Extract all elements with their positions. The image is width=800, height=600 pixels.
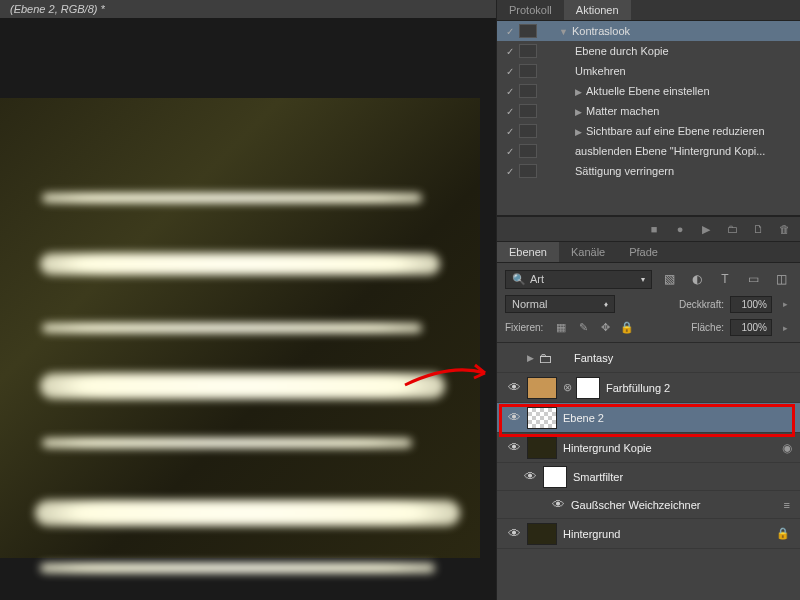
lock-label: Fixieren:	[505, 322, 543, 333]
expand-icon[interactable]: ▶	[575, 127, 582, 137]
action-row[interactable]: ✓Sättigung verringern	[497, 161, 800, 181]
link-icon: ⊗	[563, 381, 572, 394]
dialog-toggle[interactable]	[519, 24, 537, 38]
fill-label: Fläche:	[691, 322, 724, 333]
layer-farbfullung[interactable]: 👁 ⊗ Farbfüllung 2	[497, 373, 800, 403]
visibility-icon[interactable]: 👁	[508, 440, 521, 455]
actions-list[interactable]: ✓▼Kontraslook✓Ebene durch Kopie✓Umkehren…	[497, 21, 800, 216]
trash-icon[interactable]: 🗑	[776, 221, 792, 237]
visibility-icon[interactable]: 👁	[508, 380, 521, 395]
expand-icon[interactable]: ▶	[575, 87, 582, 97]
tab-ebenen[interactable]: Ebenen	[497, 242, 559, 262]
action-row[interactable]: ✓ausblenden Ebene "Hintergrund Kopi...	[497, 141, 800, 161]
check-icon[interactable]: ✓	[501, 66, 519, 77]
visibility-icon[interactable]: 👁	[508, 526, 521, 541]
actions-toolbar: ■ ● ▶ 🗀 🗋 🗑	[497, 216, 800, 242]
dialog-toggle[interactable]	[519, 84, 537, 98]
chevron-right-icon[interactable]: ▶	[527, 353, 534, 363]
image-content	[0, 98, 480, 558]
layer-gauss-blur[interactable]: 👁 Gaußscher Weichzeichner ≡	[497, 491, 800, 519]
action-label: Matter machen	[586, 105, 659, 117]
action-row[interactable]: ✓▶Matter machen	[497, 101, 800, 121]
dialog-toggle[interactable]	[519, 44, 537, 58]
action-row[interactable]: ✓▶Sichtbare auf eine Ebene reduzieren	[497, 121, 800, 141]
blend-mode-dropdown[interactable]: Normal♦	[505, 295, 615, 313]
tab-protokoll[interactable]: Protokoll	[497, 0, 564, 20]
check-icon[interactable]: ✓	[501, 126, 519, 137]
check-icon[interactable]: ✓	[501, 86, 519, 97]
action-label: Kontraslook	[572, 25, 630, 37]
layer-thumb	[527, 523, 557, 545]
tab-pfade[interactable]: Pfade	[617, 242, 670, 262]
folder-icon[interactable]: 🗀	[724, 221, 740, 237]
tab-aktionen[interactable]: Aktionen	[564, 0, 631, 20]
dialog-toggle[interactable]	[519, 144, 537, 158]
lock-all-icon[interactable]: 🔒	[619, 320, 635, 336]
action-label: Umkehren	[575, 65, 626, 77]
filter-image-icon[interactable]: ▧	[658, 269, 680, 289]
lock-pixels-icon[interactable]: ✎	[575, 320, 591, 336]
check-icon[interactable]: ✓	[501, 146, 519, 157]
visibility-icon[interactable]: 👁	[508, 410, 521, 425]
check-icon[interactable]: ✓	[501, 26, 519, 37]
expand-icon[interactable]: ▶	[575, 107, 582, 117]
stop-icon[interactable]: ■	[646, 221, 662, 237]
tab-kanale[interactable]: Kanäle	[559, 242, 617, 262]
action-label: Sättigung verringern	[575, 165, 674, 177]
action-label: Aktuelle Ebene einstellen	[586, 85, 710, 97]
dialog-toggle[interactable]	[519, 104, 537, 118]
layer-hintergrund[interactable]: 👁 Hintergrund 🔒	[497, 519, 800, 549]
fill-flyout-icon[interactable]: ▸	[778, 323, 792, 333]
play-icon[interactable]: ▶	[698, 221, 714, 237]
smart-object-icon: ◉	[782, 441, 792, 455]
dialog-toggle[interactable]	[519, 64, 537, 78]
filter-type-icon[interactable]: T	[714, 269, 736, 289]
layer-ebene2[interactable]: 👁 Ebene 2	[497, 403, 800, 433]
layer-thumb	[527, 407, 557, 429]
visibility-icon[interactable]: 👁	[552, 497, 565, 512]
filter-adjust-icon[interactable]: ◐	[686, 269, 708, 289]
lock-transparency-icon[interactable]: ▦	[553, 320, 569, 336]
mask-thumb	[576, 377, 600, 399]
action-row[interactable]: ✓▼Kontraslook	[497, 21, 800, 41]
document-title: (Ebene 2, RGB/8) *	[0, 0, 496, 18]
layer-filter-kind[interactable]: 🔍 Art ▾	[505, 270, 652, 289]
check-icon[interactable]: ✓	[501, 106, 519, 117]
action-label: ausblenden Ebene "Hintergrund Kopi...	[575, 145, 765, 157]
lock-position-icon[interactable]: ✥	[597, 320, 613, 336]
lock-icon: 🔒	[776, 527, 790, 540]
fill-input[interactable]: 100%	[730, 319, 772, 336]
action-row[interactable]: ✓▶Aktuelle Ebene einstellen	[497, 81, 800, 101]
expand-icon[interactable]: ▼	[559, 27, 568, 37]
filter-smart-icon[interactable]: ◫	[770, 269, 792, 289]
layers-list[interactable]: ▶ 🗀 Fantasy 👁 ⊗ Farbfüllung 2 👁 Ebene 2 …	[497, 343, 800, 600]
action-label: Sichtbare auf eine Ebene reduzieren	[586, 125, 765, 137]
filter-shape-icon[interactable]: ▭	[742, 269, 764, 289]
folder-icon: 🗀	[538, 347, 568, 369]
layer-group-fantasy[interactable]: ▶ 🗀 Fantasy	[497, 343, 800, 373]
opacity-flyout-icon[interactable]: ▸	[778, 299, 792, 309]
check-icon[interactable]: ✓	[501, 166, 519, 177]
opacity-label: Deckkraft:	[679, 299, 724, 310]
record-icon[interactable]: ●	[672, 221, 688, 237]
visibility-icon[interactable]: 👁	[524, 469, 537, 484]
new-icon[interactable]: 🗋	[750, 221, 766, 237]
action-row[interactable]: ✓Ebene durch Kopie	[497, 41, 800, 61]
action-label: Ebene durch Kopie	[575, 45, 669, 57]
filter-options-icon[interactable]: ≡	[784, 499, 790, 511]
search-icon: 🔍	[512, 273, 526, 286]
canvas[interactable]	[0, 18, 496, 598]
layer-smartfilter[interactable]: 👁 Smartfilter	[497, 463, 800, 491]
action-row[interactable]: ✓Umkehren	[497, 61, 800, 81]
layer-thumb	[527, 437, 557, 459]
mask-thumb	[543, 466, 567, 488]
check-icon[interactable]: ✓	[501, 46, 519, 57]
layer-hintergrund-kopie[interactable]: 👁 Hintergrund Kopie ◉	[497, 433, 800, 463]
dialog-toggle[interactable]	[519, 124, 537, 138]
opacity-input[interactable]: 100%	[730, 296, 772, 313]
annotation-arrow	[400, 353, 495, 393]
layer-thumb	[527, 377, 557, 399]
dialog-toggle[interactable]	[519, 164, 537, 178]
